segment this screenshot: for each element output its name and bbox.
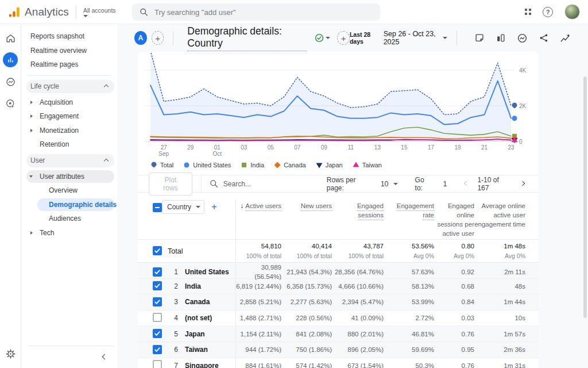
- share-icon[interactable]: [539, 33, 549, 43]
- row-checkbox[interactable]: [153, 313, 162, 322]
- legend-marker-icon: [150, 162, 157, 168]
- sidebar-item-realtime-overview[interactable]: Realtime overview: [22, 44, 117, 58]
- nav-section-life-cycle[interactable]: Life cycle: [22, 79, 117, 94]
- notes-icon[interactable]: [474, 33, 485, 43]
- column-header[interactable]: Engaged online sessions per active user: [434, 200, 474, 238]
- previous-page-button[interactable]: [460, 178, 472, 190]
- row-checkbox[interactable]: [153, 246, 162, 255]
- table-toolbar: Plot rows Rows per page: 10 Go to: 1 1-1…: [138, 175, 539, 193]
- sidebar-item-acquisition[interactable]: Acquisition: [22, 95, 117, 110]
- legend-item-total[interactable]: Total: [150, 162, 173, 168]
- add-report-tab-button[interactable]: +: [152, 31, 164, 45]
- sidebar-item-engagement[interactable]: Engagement: [22, 109, 117, 124]
- row-checkbox[interactable]: [153, 345, 162, 354]
- plot-rows-button[interactable]: Plot rows: [149, 172, 192, 195]
- table-row[interactable]: 2India6,819 (12.44%)6,358 (15.73%)4,666 …: [138, 279, 539, 295]
- goto-page-input[interactable]: 1: [443, 180, 447, 188]
- sidebar-item-audiences[interactable]: Audiences: [22, 212, 117, 226]
- row-number: 3: [162, 298, 179, 306]
- row-checkbox[interactable]: [153, 297, 162, 306]
- nav-section-user[interactable]: User: [22, 154, 117, 168]
- dimension-selector[interactable]: Country: [162, 200, 204, 214]
- row-checkbox[interactable]: [153, 329, 162, 338]
- column-header[interactable]: ↓Active users: [235, 200, 281, 239]
- admin-gear-icon[interactable]: [3, 346, 18, 361]
- table-row[interactable]: 3Canada2,858 (5.21%)2,277 (5.63%)2,394 (…: [138, 294, 539, 310]
- analytics-logo[interactable]: Analytics: [0, 6, 69, 18]
- report-status-badge[interactable]: [312, 32, 332, 44]
- svg-text:29: 29: [187, 144, 194, 151]
- row-checkbox[interactable]: [153, 267, 162, 277]
- legend-item-japan[interactable]: Japan: [316, 162, 343, 168]
- add-comparison-button[interactable]: +: [337, 31, 350, 45]
- chevron-down-icon[interactable]: [443, 37, 447, 39]
- row-checkbox[interactable]: [153, 203, 162, 212]
- report-title[interactable]: Demographic details: Country: [187, 25, 307, 51]
- metric-cell: 880 (2.01%): [332, 329, 384, 339]
- svg-text:0: 0: [519, 139, 523, 145]
- metric-cell: 0.95: [434, 345, 474, 354]
- table-search[interactable]: [210, 179, 327, 188]
- account-switcher[interactable]: All accounts: [83, 7, 116, 17]
- comparison-icon[interactable]: [496, 33, 506, 43]
- product-name: Analytics: [25, 6, 69, 18]
- rows-per-page-value[interactable]: 10: [381, 180, 389, 188]
- metric-cell: 2,858 (5.21%): [235, 294, 281, 310]
- reports-icon[interactable]: [3, 52, 18, 67]
- sidebar-item-retention[interactable]: Retention: [22, 137, 117, 152]
- explore-icon[interactable]: [3, 74, 18, 89]
- chevron-down-icon[interactable]: [393, 183, 398, 185]
- table-search-input[interactable]: [223, 180, 327, 188]
- add-dimension-button[interactable]: +: [211, 201, 217, 213]
- vertical-scrollbar[interactable]: [583, 76, 587, 318]
- legend-item-india[interactable]: India: [241, 162, 264, 168]
- sidebar-item-user-attributes[interactable]: User attributes: [22, 170, 117, 184]
- search-input[interactable]: [154, 8, 373, 17]
- column-header[interactable]: Engaged sessions: [332, 200, 384, 220]
- sidebar-item-demographic-details[interactable]: Demographic details: [22, 198, 117, 212]
- table-row[interactable]: 4(not set)1,488 (2.71%)228 (0.56%)41 (0.…: [138, 310, 539, 327]
- legend-marker-icon: [183, 162, 190, 168]
- column-header[interactable]: Engagement rate: [384, 200, 434, 220]
- metric-cell: 1m 57s: [474, 329, 525, 339]
- metric-cell: 41 (0.09%): [332, 313, 384, 323]
- sidebar-item-tech[interactable]: Tech: [22, 226, 117, 240]
- sidebar-item-reports-snapshot[interactable]: Reports snapshot: [22, 29, 117, 44]
- table-row[interactable]: 6Taiwan944 (1.72%)750 (1.86%)896 (2.05%)…: [138, 342, 539, 358]
- chevron-right-icon: [520, 181, 525, 185]
- sidebar-item-realtime-pages[interactable]: Realtime pages: [22, 57, 117, 72]
- table-row[interactable]: 7Singapore884 (1.61%)574 (1.42%)673 (1.5…: [138, 358, 539, 368]
- timeseries-chart: 02K4K27Sep2901Oct0305070911131517192123: [138, 52, 539, 159]
- sidebar-item-overview[interactable]: Overview: [22, 183, 117, 198]
- column-header[interactable]: New users: [281, 200, 332, 210]
- legend-marker-icon: [353, 162, 359, 168]
- metric-cell: 944 (1.72%): [235, 342, 281, 358]
- metric-cell: 1,154 (2.11%): [235, 326, 281, 342]
- sidebar-item-monetization[interactable]: Monetization: [22, 124, 117, 138]
- next-page-button[interactable]: [516, 178, 528, 190]
- home-icon[interactable]: [3, 30, 18, 45]
- legend-item-taiwan[interactable]: Taiwan: [353, 162, 382, 168]
- metric-cell: 0.68: [434, 282, 474, 291]
- chevron-down-icon: [196, 206, 200, 208]
- help-icon[interactable]: ?: [543, 7, 553, 17]
- row-checkbox[interactable]: [153, 281, 162, 290]
- table-row[interactable]: 1United States30,989 (56.54%)21,943 (54.…: [138, 263, 539, 279]
- row-checkbox[interactable]: [153, 360, 162, 368]
- advertising-icon[interactable]: [3, 96, 18, 111]
- insights-circle-icon[interactable]: [517, 33, 528, 44]
- insights-sparkle-icon[interactable]: [560, 33, 571, 44]
- avatar[interactable]: [564, 4, 580, 20]
- property-chip[interactable]: A: [134, 31, 147, 45]
- analytics-logo-icon: [8, 6, 21, 18]
- google-apps-icon[interactable]: [525, 9, 531, 15]
- collapse-nav-button[interactable]: [100, 352, 109, 362]
- global-search[interactable]: [132, 3, 380, 21]
- column-header[interactable]: Average online active user engagement ti…: [474, 200, 525, 229]
- legend-item-united-states[interactable]: United States: [183, 162, 231, 168]
- metric-cell: 228 (0.56%): [281, 313, 332, 323]
- legend-item-canada[interactable]: Canada: [274, 162, 306, 168]
- metric-cell: 0.76: [434, 361, 474, 368]
- date-range[interactable]: Sep 26 - Oct 23, 2025: [384, 30, 438, 46]
- table-row[interactable]: 5Japan1,154 (2.11%)841 (2.08%)880 (2.01%…: [138, 326, 539, 342]
